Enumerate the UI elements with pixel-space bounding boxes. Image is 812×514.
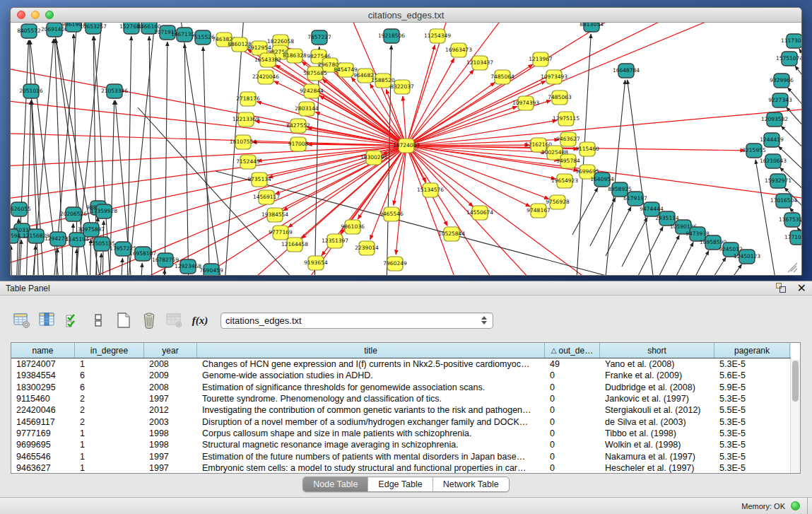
float-panel-icon[interactable] (776, 283, 787, 293)
cell: Dudbridge et al. (2008) (600, 382, 714, 392)
graph-node[interactable]: 16210643 (760, 154, 787, 168)
minimize-window-button[interactable] (31, 11, 40, 19)
show-columns-button[interactable] (37, 310, 58, 331)
graph-node[interactable]: 12975115 (553, 112, 579, 126)
node-label: 16958107 (129, 250, 156, 257)
graph-node[interactable]: 11675312 (779, 213, 801, 227)
window-resize-grip[interactable] (788, 263, 797, 272)
table-row[interactable]: 1938455462009Genome-wide association stu… (11, 370, 791, 381)
rows-button[interactable] (88, 310, 109, 331)
graph-node[interactable]: 10653257 (80, 23, 107, 34)
graph-node[interactable]: 19218506 (378, 29, 405, 43)
node-label: 19654923 (551, 177, 578, 184)
graph-node[interactable]: 1244419 (760, 133, 784, 147)
column-header-name[interactable]: name (11, 343, 75, 358)
graph-node[interactable]: 12351397 (322, 234, 348, 248)
graph-node[interactable]: 2239014 (355, 241, 379, 255)
graph-node[interactable]: 917008 (288, 137, 309, 151)
graph-node[interactable]: 2718176 (236, 92, 260, 106)
graph-node[interactable]: 14550674 (466, 206, 493, 220)
network-canvas[interactable]: 1872400774638228860128891295418226058982… (11, 23, 801, 276)
delete-column-button[interactable] (139, 310, 160, 331)
table-row[interactable]: 969969511998Structural magnetic resonanc… (11, 439, 791, 450)
node-label: 7485063 (548, 94, 572, 100)
table-row[interactable]: 1830029562008Estimation of significance … (11, 382, 791, 393)
graph-node[interactable]: 17710477 (784, 230, 801, 245)
graph-node[interactable]: 15932971 (765, 174, 792, 188)
column-header-out-de-[interactable]: △out_de… (545, 343, 600, 358)
graph-node[interactable]: 16107554 (230, 135, 257, 149)
graph-node[interactable]: 8405572 (17, 24, 41, 38)
node-label: 1588520 (371, 77, 395, 83)
graph-node[interactable]: 9227343 (768, 93, 792, 107)
table-options-button[interactable] (11, 310, 33, 331)
network-window-titlebar[interactable]: citations_edges.txt (11, 8, 801, 23)
graph-node[interactable]: 16963473 (445, 43, 472, 57)
new-column-button[interactable] (113, 310, 134, 331)
graph-node[interactable]: 11173046 (781, 34, 801, 48)
graph-node[interactable]: 15751074 (776, 52, 801, 66)
zoom-window-button[interactable] (45, 11, 54, 19)
checklist-button[interactable] (62, 310, 83, 331)
table-row[interactable]: 946362711997Embryonic stem cells: a mode… (11, 462, 791, 474)
column-header-year[interactable]: year (144, 343, 197, 358)
graph-node[interactable]: 12103437 (466, 56, 493, 70)
graph-node[interactable]: 8427552 (286, 119, 310, 133)
graph-node[interactable]: 10973493 (541, 70, 567, 84)
tab-node-table[interactable]: Node Table (303, 477, 368, 491)
graph-node[interactable]: 12093582 (761, 112, 788, 127)
network-window[interactable]: citations_edges.txt 18724007746382288601… (10, 7, 802, 276)
column-header-short[interactable]: short (600, 343, 714, 358)
graph-node[interactable]: 10974393 (512, 96, 539, 110)
graph-node[interactable]: 21053346 (101, 84, 128, 98)
graph-node[interactable]: 7152445 (236, 155, 260, 169)
graph-node[interactable]: 16648784 (613, 64, 640, 78)
graph-node[interactable]: 14569117 (253, 190, 280, 204)
graph-node[interactable]: 8215955 (742, 144, 766, 158)
graph-node[interactable]: 7857227 (307, 30, 331, 45)
function-builder-button[interactable]: f(x) (189, 310, 211, 331)
delete-table-button[interactable] (164, 310, 185, 331)
node-label: 9242844 (300, 88, 324, 94)
tab-network-table[interactable]: Network Table (433, 477, 509, 491)
graph-node[interactable]: 9861036 (341, 220, 365, 234)
close-panel-icon[interactable]: ✕ (797, 283, 806, 293)
graph-node[interactable]: 7485064 (490, 70, 514, 84)
table-row[interactable]: 911546021997Tourette syndrome. Phenomeno… (11, 393, 791, 404)
close-window-button[interactable] (17, 11, 25, 19)
tab-edge-table[interactable]: Edge Table (368, 477, 433, 491)
table-panel-title: Table Panel (6, 284, 50, 293)
node-label: 12093582 (761, 116, 788, 122)
graph-node[interactable]: 9115460 (575, 142, 599, 156)
graph-node[interactable]: 7485063 (548, 90, 572, 105)
node-label: 16958590 (700, 239, 726, 245)
table-source-select[interactable]: citations_edges.txt (220, 313, 493, 329)
graph-node[interactable]: 9329966 (770, 74, 794, 88)
graph-node[interactable]: 9463627 (556, 132, 580, 146)
graph-node[interactable]: 9735134 (247, 173, 271, 187)
graph-node[interactable]: 8813054 (579, 23, 604, 32)
node-label: 12351397 (322, 238, 348, 244)
graph-node[interactable]: 2051016 (19, 84, 43, 98)
attribute-table: namein_degreeyeartitle△out_de…shortpager… (11, 342, 801, 474)
node-label: 30975887 (78, 226, 105, 233)
cell: 22420046 (11, 405, 75, 415)
table-scrollbar[interactable] (790, 359, 800, 474)
graph-node[interactable]: 11254349 (424, 29, 451, 43)
table-row[interactable]: 2242004622012Investigating the contribut… (11, 404, 791, 416)
graph-node[interactable]: 10525844 (438, 227, 465, 241)
table-row[interactable]: 946554611997Estimation of the future num… (11, 450, 791, 462)
table-row[interactable]: 1872400712008Changes of HCN gene express… (11, 358, 791, 370)
graph-node[interactable]: 17016504 (770, 194, 797, 208)
table-row[interactable]: 1456911722003Disruption of a novel membe… (11, 416, 791, 427)
column-header-in-degree[interactable]: in_degree (75, 343, 144, 358)
graph-node[interactable]: 19654923 (551, 174, 578, 188)
graph-node[interactable]: 9748167 (526, 204, 551, 218)
column-header-pagerank[interactable]: pagerank (714, 343, 790, 358)
column-header-title[interactable]: title (197, 343, 545, 358)
cell: Changes of HCN gene expression and I(f) … (197, 359, 545, 369)
cell: 0 (545, 370, 600, 380)
cell: 6 (75, 382, 144, 392)
table-scrollbar-thumb[interactable] (792, 361, 799, 402)
table-row[interactable]: 977716911998Corpus callosum shape and si… (11, 428, 791, 439)
